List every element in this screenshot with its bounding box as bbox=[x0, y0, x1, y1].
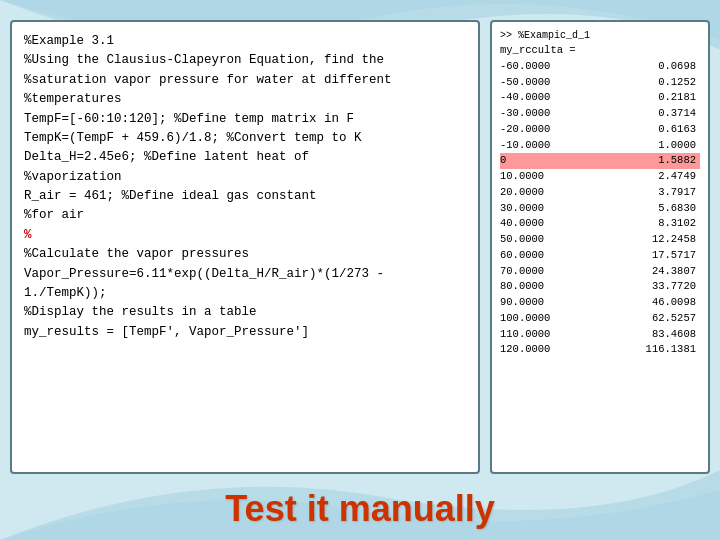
output-row: -10.00001.0000 bbox=[500, 138, 700, 154]
output-row: 01.5882 bbox=[500, 153, 700, 169]
output-row: 10.00002.4749 bbox=[500, 169, 700, 185]
var-line: my_rcculta = bbox=[500, 43, 700, 59]
code-line-1: %Example 3.1 %Using the Clausius-Clapeyr… bbox=[24, 34, 392, 339]
code-block: %Example 3.1 %Using the Clausius-Clapeyr… bbox=[10, 20, 480, 474]
output-rows: -60.00000.0698-50.00000.1252-40.00000.21… bbox=[500, 59, 700, 358]
footer-label: Test it manually bbox=[225, 488, 494, 530]
main-row: %Example 3.1 %Using the Clausius-Clapeyr… bbox=[10, 20, 710, 474]
output-row: -40.00000.2181 bbox=[500, 90, 700, 106]
output-row: 40.00008.3102 bbox=[500, 216, 700, 232]
output-block: >> %Exampic_d_1 my_rcculta = -60.00000.0… bbox=[490, 20, 710, 474]
output-row: 110.000083.4608 bbox=[500, 327, 700, 343]
output-row: -50.00000.1252 bbox=[500, 75, 700, 91]
output-row: 30.00005.6830 bbox=[500, 201, 700, 217]
output-row: 20.00003.7917 bbox=[500, 185, 700, 201]
output-row: -30.00000.3714 bbox=[500, 106, 700, 122]
output-row: -20.00000.6163 bbox=[500, 122, 700, 138]
highlight-percent: % bbox=[24, 228, 32, 242]
output-row: 60.000017.5717 bbox=[500, 248, 700, 264]
output-row: 50.000012.2458 bbox=[500, 232, 700, 248]
content-area: %Example 3.1 %Using the Clausius-Clapeyr… bbox=[10, 20, 710, 530]
output-row: 120.0000116.1381 bbox=[500, 342, 700, 358]
output-row: 100.000062.5257 bbox=[500, 311, 700, 327]
output-row: 90.000046.0098 bbox=[500, 295, 700, 311]
cmd-line: >> %Exampic_d_1 bbox=[500, 28, 700, 43]
output-row: 80.000033.7720 bbox=[500, 279, 700, 295]
output-row: 70.000024.3807 bbox=[500, 264, 700, 280]
output-row: -60.00000.0698 bbox=[500, 59, 700, 75]
